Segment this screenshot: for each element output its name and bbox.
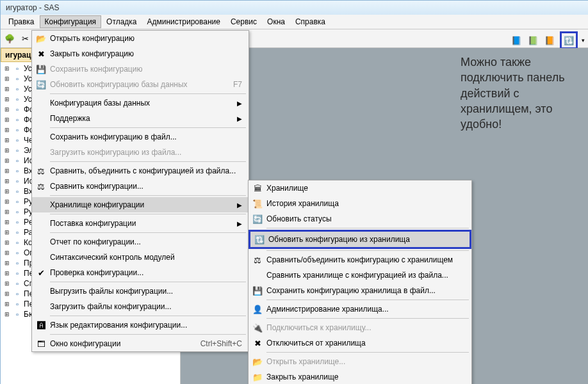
menu-item[interactable]: Конфигурация базы данных▶ [32, 95, 249, 111]
expand-icon[interactable]: ⊞ [3, 228, 11, 236]
expand-icon[interactable]: ⊞ [3, 126, 11, 134]
expand-icon[interactable]: ⊞ [3, 300, 11, 308]
document-icon: ▫ [13, 218, 21, 226]
menu-item[interactable]: 🗔Окно конфигурацииCtrl+Shift+C [32, 336, 249, 351]
document-icon: ▫ [13, 300, 21, 308]
expand-icon[interactable]: ⊞ [3, 75, 11, 83]
menu-item-icon [32, 95, 50, 111]
submenu-item: 🔌Подключиться к хранилищу... [249, 320, 471, 335]
menu-item[interactable]: 📂Открыть конфигурацию [32, 31, 249, 46]
document-icon: ▫ [13, 147, 21, 154]
menu-сервис[interactable]: Сервис [225, 15, 262, 28]
submenu-item-label: Хранилище [266, 184, 465, 193]
expand-icon[interactable]: ⊞ [3, 177, 11, 185]
document-icon: ▫ [13, 126, 21, 134]
menu-item[interactable]: Сохранить конфигурацию в файл... [32, 129, 249, 145]
menu-item-icon [32, 299, 50, 314]
menu-item[interactable]: Поставка конфигурации▶ [32, 216, 249, 231]
document-icon: ▫ [13, 188, 21, 195]
submenu-item[interactable]: 📁Закрыть хранилище [249, 369, 471, 384]
submenu-item[interactable]: 👤Администрирование хранилища... [249, 301, 471, 317]
expand-icon[interactable]: ⊞ [3, 239, 11, 246]
menu-окна[interactable]: Окна [262, 15, 290, 28]
menu-item-icon [32, 284, 50, 299]
expand-icon[interactable]: ⊞ [3, 106, 11, 113]
expand-icon[interactable]: ⊞ [3, 280, 11, 287]
menu-item[interactable]: ✔Проверка конфигурации... [32, 265, 249, 280]
expand-icon[interactable]: ⊞ [3, 116, 11, 124]
submenu-item-label: Администрирование хранилища... [266, 305, 465, 314]
submenu-item-icon: 📁 [249, 369, 266, 384]
submenu-item[interactable]: 🏛Хранилище [249, 180, 471, 196]
toolbar-icon-storage3[interactable]: 📙 [543, 34, 556, 47]
expand-icon[interactable]: ⊞ [3, 259, 11, 267]
expand-icon[interactable]: ⊞ [3, 65, 11, 72]
expand-icon[interactable]: ⊞ [3, 167, 11, 175]
submenu-item-label: Обновить конфигурацию из хранилища [268, 235, 463, 244]
window-title: игуратор - SAS [1, 1, 588, 15]
expand-icon[interactable]: ⊞ [3, 95, 11, 103]
menu-item-icon: ✔ [32, 265, 50, 280]
submenu-item-label: Сравнить хранилище с конфигурацией из фа… [266, 271, 465, 280]
expand-icon[interactable]: ⊞ [3, 198, 11, 205]
menu-item[interactable]: Хранилище конфигурации▶ [32, 197, 249, 212]
menu-item[interactable]: ⚖Сравнить, объединить с конфигурацией из… [32, 163, 249, 179]
menu-справка[interactable]: Справка [290, 15, 331, 28]
document-icon: ▫ [13, 116, 21, 124]
expand-icon[interactable]: ⊞ [3, 208, 11, 216]
expand-icon[interactable]: ⊞ [3, 249, 11, 257]
document-icon: ▫ [13, 106, 21, 113]
expand-icon[interactable]: ⊞ [3, 310, 11, 318]
menu-item[interactable]: Выгрузить файлы конфигурации... [32, 284, 249, 299]
menu-item[interactable]: ✖Закрыть конфигурацию [32, 46, 249, 61]
menu-item[interactable]: ⚖Сравнить конфигурации... [32, 179, 249, 194]
menu-item: 💾Сохранить конфигурацию [32, 61, 249, 77]
expand-icon[interactable]: ⊞ [3, 147, 11, 154]
document-icon: ▫ [13, 259, 21, 267]
submenu-item[interactable]: ⚖Сравнить/объединить конфигурацию с хран… [249, 252, 471, 268]
menu-конфигурация[interactable]: Конфигурация [40, 15, 102, 28]
document-icon: ▫ [13, 228, 21, 236]
menu-item[interactable]: Загрузить файлы конфигурации... [32, 299, 249, 314]
expand-icon[interactable]: ⊞ [3, 85, 11, 93]
menu-item[interactable]: Синтаксический контроль модулей [32, 250, 249, 265]
menu-item-icon [32, 111, 50, 126]
submenu-item[interactable]: 💾Сохранить конфигурацию хранилища в файл… [249, 283, 471, 298]
expand-icon[interactable]: ⊞ [3, 188, 11, 195]
submenu-item[interactable]: 🔄Обновить статусы [249, 211, 471, 227]
menu-отладка[interactable]: Отладка [101, 15, 142, 28]
expand-icon[interactable]: ⊞ [3, 269, 11, 277]
toolbar-icon-storage2[interactable]: 📗 [527, 34, 539, 47]
annotation-text: Можно также подключить панель действий с… [461, 54, 582, 132]
document-icon: ▫ [13, 290, 21, 298]
menu-item-label: Обновить конфигурацию базы данных [50, 80, 233, 89]
toolbar-icon-refresh-storage[interactable]: 🔃 [562, 34, 575, 47]
submenu-item-icon: ⚖ [249, 252, 266, 268]
toolbar-icon-tree[interactable]: 🌳 [3, 32, 16, 45]
menu-item-label: Поддержка [50, 114, 233, 123]
document-icon: ▫ [13, 95, 21, 103]
menu-администрирование[interactable]: Администрирование [142, 15, 225, 28]
expand-icon[interactable]: ⊞ [3, 290, 11, 298]
submenu-item[interactable]: 📜История хранилища [249, 196, 471, 211]
submenu-item[interactable]: 🔃Обновить конфигурацию из хранилища [250, 232, 470, 247]
toolbar-dropdown-arrow[interactable]: ▾ [582, 37, 585, 44]
menu-item-icon [32, 145, 50, 160]
config-menu-dropdown: 📂Открыть конфигурацию✖Закрыть конфигурац… [31, 30, 249, 352]
toolbar-icon-storage1[interactable]: 📘 [510, 34, 523, 47]
menu-item[interactable]: 🅰Язык редактирования конфигурации... [32, 317, 249, 333]
submenu-arrow-icon: ▶ [237, 100, 242, 107]
expand-icon[interactable]: ⊞ [3, 218, 11, 226]
toolbar-icon-scissors[interactable]: ✂ [19, 32, 31, 45]
submenu-item[interactable]: ✖Отключиться от хранилища [249, 335, 471, 351]
submenu-item[interactable]: Сравнить хранилище с конфигурацией из фа… [249, 268, 471, 283]
expand-icon[interactable]: ⊞ [3, 136, 11, 144]
submenu-item-label: История хранилища [266, 199, 465, 208]
menu-item[interactable]: Поддержка▶ [32, 111, 249, 126]
menu-item-icon: 🗔 [32, 336, 50, 351]
menu-правка[interactable]: Правка [3, 15, 40, 28]
expand-icon[interactable]: ⊞ [3, 157, 11, 164]
submenu-item: 📂Открыть хранилище... [249, 354, 471, 369]
menubar: ПравкаКонфигурацияОтладкаАдминистрирован… [1, 15, 588, 29]
menu-item[interactable]: Отчет по конфигурации... [32, 234, 249, 250]
